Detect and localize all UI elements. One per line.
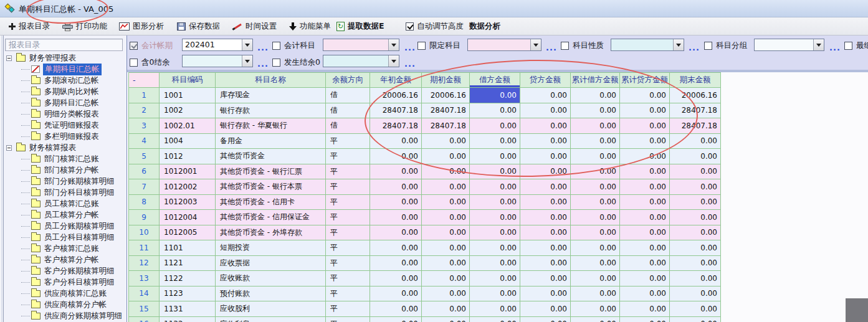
dropdown-arrow-icon[interactable]: [530, 39, 541, 50]
table-cell[interactable]: 0.00: [520, 149, 571, 164]
tree-item[interactable]: 员工核算汇总账: [4, 198, 127, 209]
account-nature-more-button[interactable]: ...: [689, 42, 700, 54]
table-cell[interactable]: 0.00: [620, 271, 670, 286]
tree-item[interactable]: 部门核算汇总账: [4, 153, 127, 164]
table-cell[interactable]: 0.00: [670, 134, 721, 149]
table-cell[interactable]: 0.00: [370, 317, 422, 322]
function-menu-button[interactable]: 功能菜单: [287, 20, 333, 33]
table-cell[interactable]: 0.00: [620, 225, 670, 241]
table-cell[interactable]: 短期投资: [216, 240, 326, 256]
include-zero-more-button[interactable]: ...: [257, 58, 269, 70]
table-cell[interactable]: 平: [326, 149, 370, 164]
table-cell[interactable]: 0.00: [470, 286, 520, 302]
tree-item[interactable]: 部门核算分户帐: [4, 164, 127, 176]
tree-item[interactable]: 多栏明细账报表: [4, 131, 127, 142]
filter-zero-activity[interactable]: 发生结余0: [272, 56, 320, 69]
account-combobox[interactable]: [323, 39, 399, 51]
tree-item[interactable]: 明细分类帐报表: [4, 108, 127, 120]
table-cell[interactable]: 0.00: [422, 271, 470, 286]
table-cell[interactable]: 平: [326, 164, 370, 180]
table-cell[interactable]: 0.00: [670, 225, 721, 241]
table-cell[interactable]: 0.00: [470, 225, 520, 241]
print-button[interactable]: 打印功能: [60, 20, 109, 33]
table-cell[interactable]: 20006.16: [670, 88, 721, 103]
checkbox-checked-icon[interactable]: [406, 22, 414, 31]
table-cell[interactable]: 0.00: [520, 164, 571, 180]
table-cell[interactable]: 0.00: [670, 240, 721, 256]
table-cell[interactable]: 0.00: [370, 225, 422, 241]
table-cell[interactable]: 1004: [160, 134, 216, 149]
table-cell[interactable]: 20006.16: [370, 88, 422, 103]
dropdown-arrow-icon[interactable]: [388, 39, 399, 50]
table-cell[interactable]: 0.00: [470, 103, 520, 119]
table-cell[interactable]: 0.00: [520, 118, 571, 134]
table-cell[interactable]: 0.00: [620, 164, 670, 180]
table-cell[interactable]: 0.00: [520, 271, 571, 286]
table-cell[interactable]: 应收票据: [216, 256, 326, 272]
table-cell[interactable]: 库存现金: [216, 88, 326, 103]
table-cell[interactable]: 0.00: [670, 210, 721, 225]
table-cell[interactable]: 0.00: [422, 317, 470, 322]
table-cell[interactable]: 0.00: [422, 256, 470, 272]
filter-finest-level[interactable]: 最细: [844, 39, 868, 52]
dropdown-arrow-icon[interactable]: [242, 39, 252, 50]
table-cell[interactable]: 0.00: [422, 179, 470, 195]
table-cell[interactable]: 0.00: [520, 195, 571, 211]
table-cell[interactable]: 0.00: [620, 103, 670, 119]
auto-height-checkbox[interactable]: 自动调节高度: [404, 20, 465, 33]
table-cell[interactable]: 0.00: [370, 195, 422, 211]
table-cell[interactable]: 0.00: [620, 286, 670, 302]
table-cell[interactable]: 应收账款: [216, 271, 326, 286]
table-cell[interactable]: 0.00: [470, 256, 520, 272]
table-cell[interactable]: 0.00: [470, 317, 520, 322]
dropdown-arrow-icon[interactable]: [242, 55, 252, 67]
table-cell[interactable]: 其他货币资金 - 银行本票: [216, 179, 326, 195]
table-cell[interactable]: 0.00: [520, 301, 571, 317]
table-cell[interactable]: 0.00: [370, 240, 422, 256]
table-cell[interactable]: 备用金: [216, 134, 326, 149]
table-cell[interactable]: 0.00: [520, 256, 571, 272]
table-cell[interactable]: 平: [326, 286, 370, 302]
table-cell[interactable]: 0.00: [422, 301, 470, 317]
table-cell[interactable]: 借: [326, 88, 370, 103]
table-cell[interactable]: 0.00: [620, 134, 670, 149]
table-cell[interactable]: 28407.18: [370, 118, 422, 134]
table-cell[interactable]: 平: [326, 195, 370, 211]
table-cell[interactable]: 0.00: [670, 164, 721, 180]
tree-item[interactable]: 员工分账期核算明细: [4, 220, 127, 232]
table-cell[interactable]: 0.00: [571, 179, 620, 195]
table-cell[interactable]: 0.00: [520, 134, 571, 149]
table-cell[interactable]: 0.00: [422, 134, 470, 149]
table-cell[interactable]: 0.00: [520, 240, 571, 256]
table-cell[interactable]: 0.00: [370, 149, 422, 164]
table-cell[interactable]: 0.00: [620, 317, 670, 322]
checkbox-icon[interactable]: [417, 42, 426, 50]
tree-item[interactable]: 单期科目汇总帐: [4, 64, 127, 75]
table-cell[interactable]: 0.00: [571, 301, 620, 317]
table-cell[interactable]: 1012001: [160, 164, 216, 180]
period-more-button[interactable]: ...: [257, 42, 269, 54]
table-cell[interactable]: 0.00: [470, 164, 520, 180]
report-catalog-button[interactable]: 报表目录: [7, 20, 52, 33]
table-cell[interactable]: 0.00: [670, 286, 721, 302]
time-settings-button[interactable]: 时间设置: [231, 20, 279, 33]
checkbox-icon[interactable]: [130, 59, 138, 67]
checkbox-icon[interactable]: [272, 59, 280, 67]
table-cell[interactable]: 应收利息: [216, 317, 326, 322]
table-cell[interactable]: 0.00: [620, 301, 670, 317]
table-cell[interactable]: 0.00: [620, 118, 670, 134]
table-cell[interactable]: 0.00: [370, 210, 422, 225]
table-cell[interactable]: 0.00: [422, 195, 470, 211]
table-cell[interactable]: 银行存款: [216, 103, 326, 119]
account-group-combobox[interactable]: [754, 39, 824, 51]
table-cell[interactable]: 0.00: [470, 301, 520, 317]
tree-item[interactable]: 员工核算分户帐: [4, 209, 127, 220]
limit-account-combobox[interactable]: [467, 39, 541, 51]
checkbox-icon[interactable]: [561, 42, 569, 50]
table-cell[interactable]: 0.00: [571, 225, 620, 241]
table-cell[interactable]: 0.00: [470, 210, 520, 225]
limit-account-more-button[interactable]: ...: [546, 42, 557, 54]
table-cell[interactable]: 0.00: [470, 118, 520, 134]
tree-item[interactable]: 客户核算汇总账: [4, 243, 127, 254]
table-cell[interactable]: 0.00: [670, 149, 721, 164]
